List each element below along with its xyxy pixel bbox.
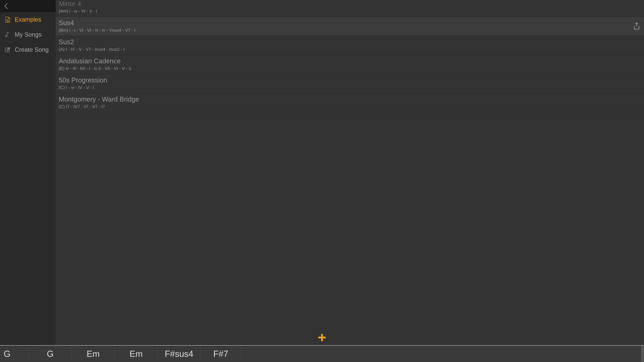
music-note-icon [5, 32, 11, 38]
sidebar-item-label: Examples [15, 16, 41, 23]
song-title: 50s Progression [59, 76, 244, 84]
song-title: Minor 4 [59, 0, 244, 7]
sidebar-item-create-song[interactable]: Create Song [0, 42, 56, 57]
song-title: Montgomery - Ward Bridge [59, 95, 244, 103]
back-button[interactable] [0, 0, 12, 12]
svg-rect-0 [5, 48, 9, 52]
song-progression: (C) I7 - IV7 - ii7 - V7 - I7 [59, 104, 244, 109]
song-list: Minor 4(Am) i - iv - VI - V - iSus4(Bm) … [56, 0, 244, 137]
song-row[interactable]: 50s Progression(C) I - vi - IV - V - I [56, 74, 244, 93]
song-row[interactable]: Minor 4(Am) i - iv - VI - V - i [56, 0, 244, 17]
song-progression: (E) iv - III - bII - I - iv (i - VII - V… [59, 66, 244, 71]
song-title: Andalusian Cadence [59, 57, 244, 65]
song-title: Sus2 [59, 38, 244, 46]
sidebar-item-label: My Songs [15, 31, 42, 38]
song-row[interactable]: Andalusian Cadence(E) iv - III - bII - I… [56, 55, 244, 74]
chevron-left-icon [4, 3, 8, 9]
document-icon [5, 16, 11, 23]
sidebar-item-label: Create Song [15, 46, 49, 53]
song-row[interactable]: Sus4(Bm) i - i - VI - VI - iv - iv - Vsu… [56, 17, 244, 36]
song-progression: (C) I - vi - IV - V - I [59, 85, 244, 90]
sidebar-item-my-songs[interactable]: My Songs [0, 27, 56, 42]
song-title: Sus4 [59, 19, 244, 27]
song-row[interactable]: Montgomery - Ward Bridge(C) I7 - IV7 - i… [56, 93, 244, 112]
song-row[interactable]: Sus2(A) I - IV - V - V7 - Isus4 - Isus2 … [56, 36, 244, 55]
song-progression: (Am) i - iv - VI - V - i [59, 8, 244, 14]
edit-icon [5, 47, 11, 53]
sidebar-item-examples[interactable]: Examples [0, 12, 56, 27]
sidebar: ExamplesMy SongsCreate Song [0, 12, 56, 137]
song-progression: (A) I - IV - V - V7 - Isus4 - Isus2 - I [59, 47, 244, 52]
song-progression: (Bm) i - i - VI - VI - iv - iv - Vsus4 -… [59, 28, 244, 33]
